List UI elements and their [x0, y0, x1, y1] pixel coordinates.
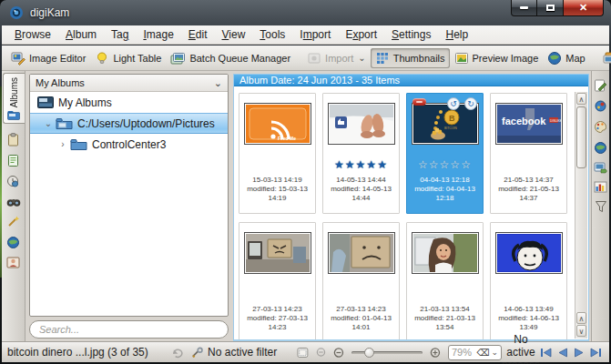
- thumbnail-item[interactable]: 21-03-13 13:54modified: 21-03-13 13:54: [406, 222, 484, 341]
- rating-stars[interactable]: ★★★★★: [334, 158, 388, 172]
- captions-tags-icon[interactable]: [594, 162, 607, 174]
- preview-image-button[interactable]: Preview Image: [450, 48, 544, 68]
- thumbnails-button[interactable]: Thumbnails: [371, 48, 450, 68]
- colors-palette-icon[interactable]: [594, 120, 607, 134]
- albums-folder-icon: [7, 110, 20, 120]
- zoom-in-icon[interactable]: [430, 347, 441, 359]
- tree-row-my-albums[interactable]: My Albums: [30, 92, 228, 113]
- menu-bar: Browse Album Tag Image Edit View Tools I…: [2, 25, 609, 45]
- labels-note-icon[interactable]: [6, 154, 20, 167]
- map-label: Map: [565, 53, 585, 64]
- smiling-woman-image: [412, 232, 479, 274]
- rotate-left-icon[interactable]: ↺: [447, 97, 460, 110]
- zoom-slider-handle[interactable]: [364, 348, 374, 358]
- thumbnail-caption: 21-05-13 14:37modified: 21-05-13 14:37: [491, 176, 566, 203]
- metadata-icon[interactable]: [594, 99, 607, 113]
- tab-albums[interactable]: Albums: [3, 73, 25, 124]
- scroll-up-icon[interactable]: ∧: [576, 312, 586, 324]
- menu-import[interactable]: Import: [292, 26, 338, 43]
- album-date-banner: Album Date: 24 Jun 2013 - 35 Items: [234, 75, 588, 86]
- pick-label-rejected-icon[interactable]: [412, 98, 426, 106]
- image-editor-button[interactable]: Image Editor: [6, 48, 90, 68]
- menu-help[interactable]: Help: [438, 26, 475, 43]
- tree-label: My Albums: [58, 96, 112, 109]
- facebook-like-feet-image: [328, 103, 395, 145]
- geolocation-globe-icon[interactable]: [594, 141, 607, 155]
- svg-text:BITCOIN: BITCOIN: [444, 126, 457, 130]
- maximize-button[interactable]: [537, 0, 563, 16]
- scrollbar-thumb[interactable]: [576, 106, 586, 168]
- zoom-dropdown-icon[interactable]: ⌄: [491, 348, 498, 357]
- versions-histogram-icon[interactable]: [594, 181, 607, 193]
- close-icon: ✕: [579, 2, 587, 14]
- expander-open-icon[interactable]: ⌄: [43, 118, 54, 128]
- menu-tools[interactable]: Tools: [252, 26, 292, 43]
- window-title: digiKam: [30, 6, 69, 19]
- tree-row-controlcenter3[interactable]: › ControlCenter3: [30, 134, 228, 155]
- light-table-icon: [95, 51, 109, 66]
- menu-view[interactable]: View: [215, 26, 253, 43]
- vertical-scrollbar[interactable]: ∧ ∧ ∨: [575, 92, 587, 339]
- main-toolbar: Image Editor Light Table Batch Queue Man…: [2, 46, 609, 71]
- status-bar: bitcoin dinero ...l.jpg (3 of 35) No act…: [2, 341, 609, 362]
- thumbnail-item[interactable]: facebook DISLIKE 21-05-13 14:37modified:…: [490, 93, 567, 214]
- collapse-chevron-icon[interactable]: ⌄: [214, 77, 222, 89]
- rotate-right-icon[interactable]: ↻: [464, 97, 477, 110]
- left-sidebar-tabs: Albums: [2, 71, 25, 341]
- thumbnail-size-icon[interactable]: [297, 347, 309, 359]
- first-item-icon[interactable]: [540, 348, 552, 358]
- light-table-button[interactable]: Light Table: [90, 48, 166, 68]
- expander-closed-icon[interactable]: ›: [57, 139, 68, 149]
- dates-clock-icon[interactable]: [6, 175, 20, 188]
- title-bar[interactable]: digiKam ✕: [0, 0, 611, 25]
- clear-zoom-icon[interactable]: ⌫: [476, 348, 489, 358]
- last-item-icon[interactable]: [590, 348, 602, 358]
- zoom-slider[interactable]: [351, 348, 423, 357]
- right-sidebar-tabs: [591, 71, 609, 341]
- tree-label: ControlCenter3: [92, 138, 166, 151]
- fuzzy-search-wand-icon[interactable]: [6, 215, 20, 228]
- album-panel-header[interactable]: My Albums ⌄: [30, 75, 228, 92]
- svg-text:B: B: [449, 114, 455, 123]
- digikam-window: digiKam ✕ Browse Album Tag Image Edit Vi…: [0, 0, 611, 364]
- filter-wrench-icon[interactable]: [191, 347, 204, 359]
- menu-tag[interactable]: Tag: [104, 26, 136, 43]
- zoom-percent-combo[interactable]: 79% ⌫ ⌄: [448, 345, 502, 360]
- zoom-slider-track[interactable]: [351, 351, 423, 354]
- menu-settings[interactable]: Settings: [384, 26, 438, 43]
- thumbnail-item[interactable]: 27-03-13 14:23modified: 27-03-13 14:23: [239, 222, 316, 341]
- map-button[interactable]: Map: [543, 48, 589, 68]
- fit-window-icon: [316, 347, 326, 358]
- next-item-icon[interactable]: [574, 348, 585, 358]
- facebook-dislike-image: facebook DISLIKE: [495, 103, 563, 145]
- previous-item-icon[interactable]: [557, 348, 568, 358]
- slideshow-button[interactable]: Slideshow ⌄: [597, 48, 611, 68]
- thumbnail-item[interactable]: 14-06-13 13:49modified: 14-06-13 13:49: [490, 222, 567, 341]
- minimize-button[interactable]: [511, 0, 537, 16]
- menu-edit[interactable]: Edit: [181, 26, 215, 43]
- close-button[interactable]: ✕: [563, 0, 604, 16]
- map-search-globe-icon[interactable]: [6, 236, 20, 249]
- batch-queue-manager-button[interactable]: Batch Queue Manager: [166, 48, 295, 68]
- scroll-up-icon[interactable]: ∧: [576, 93, 586, 105]
- zoom-out-icon[interactable]: [333, 347, 344, 359]
- import-button: Import ⌄: [302, 48, 371, 68]
- image-editor-label: Image Editor: [29, 53, 86, 64]
- tree-row-pictures[interactable]: ⌄ C:/Users/Uptodown/Pictures: [30, 113, 228, 134]
- thumbnail-item[interactable]: ★★★★★ 14-05-13 14:44modified: 14-05-13 1…: [322, 93, 400, 214]
- thumbnail-item-selected[interactable]: ↺ ↻ B BITCOIN: [406, 93, 484, 214]
- search-binoculars-icon[interactable]: [6, 196, 21, 207]
- properties-pencil-icon[interactable]: [594, 78, 607, 92]
- thumbnail-item[interactable]: Feed Me 15-03-13 14:19modified: 15-03-13…: [239, 93, 316, 214]
- scroll-down-icon[interactable]: ∨: [576, 325, 586, 337]
- menu-image[interactable]: Image: [136, 26, 180, 43]
- people-icon[interactable]: [6, 257, 20, 268]
- tags-clipboard-icon[interactable]: [6, 133, 20, 147]
- thumbnail-item[interactable]: 27-03-13 14:23modified: 01-04-13 14:01: [322, 222, 400, 341]
- filters-funnel-icon[interactable]: [595, 200, 607, 213]
- rating-stars[interactable]: ☆☆☆☆☆: [418, 158, 472, 172]
- search-input[interactable]: [29, 320, 229, 339]
- menu-browse[interactable]: Browse: [7, 26, 58, 43]
- menu-album[interactable]: Album: [58, 26, 104, 43]
- menu-export[interactable]: Export: [338, 26, 384, 43]
